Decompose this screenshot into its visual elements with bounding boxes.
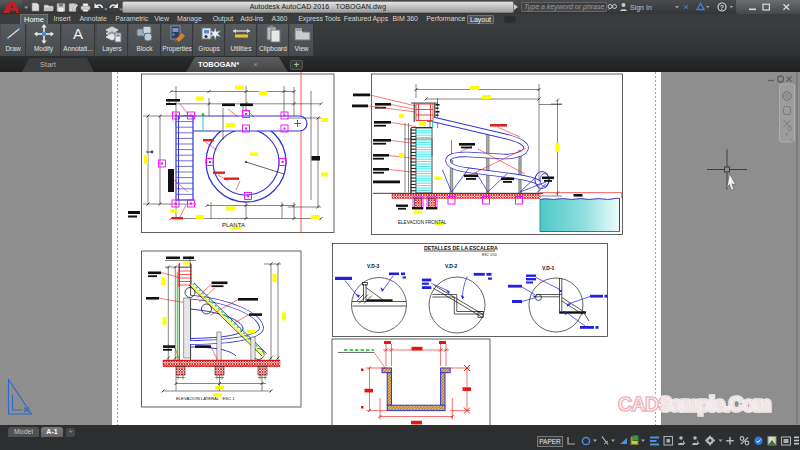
svg-text:V.D-2: V.D-2 <box>445 263 458 269</box>
svg-text:ELEVACION LATERAL : ESC 1: ELEVACION LATERAL : ESC 1 <box>176 396 235 401</box>
svg-text:PLANTA: PLANTA <box>222 222 245 228</box>
svg-text:V.D-3: V.D-3 <box>367 263 380 269</box>
svg-text:ELEVACION FRONTAL: ELEVACION FRONTAL <box>398 220 447 225</box>
svg-text:ESC 1/10: ESC 1/10 <box>482 253 497 257</box>
svg-text:?: ? <box>720 4 724 11</box>
svg-text:V.D-1: V.D-1 <box>542 265 555 271</box>
svg-text:DETALLES DE LA ESCALERA: DETALLES DE LA ESCALERA <box>424 245 498 251</box>
